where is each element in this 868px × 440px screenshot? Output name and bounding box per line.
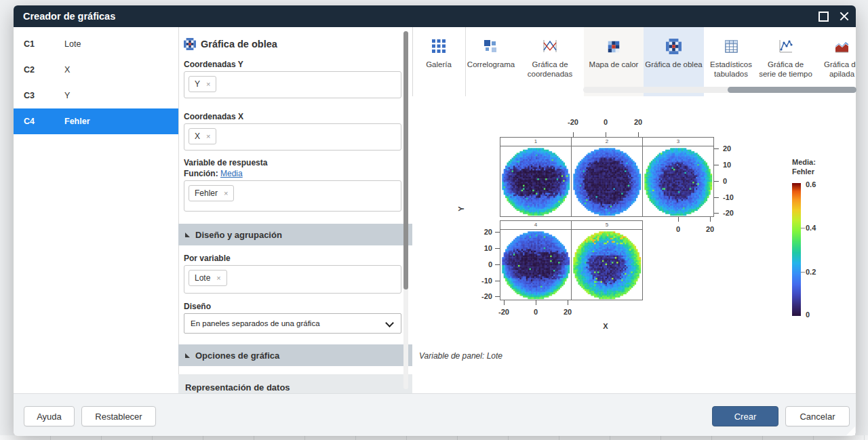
column-name: Y [64, 91, 70, 100]
wafer-canvas-5 [572, 230, 642, 300]
y-tick-label: 20 [723, 144, 731, 153]
gallery-tile-label: Gráfica de serie de tiempo [758, 60, 813, 79]
stacked-area-icon [833, 38, 850, 54]
y-tick-mark [495, 232, 500, 233]
gallery-tile-label: Gráfica de apilada [813, 60, 856, 79]
x-tick-label: 0 [604, 118, 608, 126]
subsection-data-representation[interactable]: Representación de datos [178, 374, 412, 393]
y-tick-mark [495, 296, 500, 297]
y-tick-mark [714, 197, 719, 198]
dialog-title: Creador de gráficas [14, 11, 115, 22]
coord-y-field[interactable]: Y × [184, 71, 401, 98]
wafer-canvas-1 [500, 146, 571, 217]
reset-button[interactable]: Restablecer [81, 406, 156, 426]
panel-number: 1 [500, 138, 571, 146]
wafer-panel-3: 3 [642, 137, 714, 217]
correlogram-icon [483, 38, 499, 54]
y-tick-label: 10 [723, 161, 731, 169]
section-title: Diseño y agrupación [195, 230, 282, 240]
coord-x-field[interactable]: X × [184, 123, 401, 151]
wafer-plot-settings-panel: Gráfica de oblea Coordenadas Y Y × Coord… [178, 27, 413, 393]
design-dropdown[interactable]: En paneles separados de una gráfica [184, 313, 401, 334]
collapse-triangle-icon [185, 233, 190, 237]
resize-grip[interactable] [846, 426, 855, 435]
y-tick-label: -20 [723, 209, 734, 217]
x-tick-mark [536, 300, 536, 305]
cancel-button[interactable]: Cancelar [785, 406, 850, 426]
y-tick-label: 0 [723, 177, 727, 185]
legend-colorbar [792, 183, 801, 316]
help-button[interactable]: Ayuda [24, 406, 75, 426]
column-row-c1[interactable]: C1 Lote [14, 31, 178, 57]
response-variable-field[interactable]: Fehler × [184, 180, 401, 212]
wafer-icon [184, 38, 196, 50]
column-id: C2 [14, 65, 64, 75]
legend-tick-label: 0.2 [806, 268, 816, 276]
close-icon[interactable] [840, 12, 849, 21]
legend-tick-label: 0.6 [806, 180, 816, 188]
gallery-tile-correlograma[interactable]: Correlograma [466, 27, 516, 97]
column-row-c3[interactable]: C3 Y [14, 83, 178, 108]
gallery-grid-icon [431, 38, 447, 54]
panel-number: 2 [572, 138, 642, 146]
y-tick-label: -10 [469, 277, 492, 285]
x-axis-title: X [603, 322, 608, 330]
create-button[interactable]: Crear [712, 406, 778, 426]
x-tick-label: -20 [498, 308, 509, 316]
y-tick-mark [714, 213, 719, 214]
y-axis-title: Y [457, 206, 465, 211]
column-name: Lote [64, 39, 81, 49]
design-dropdown-value: En paneles separados de una gráfica [191, 319, 320, 327]
chip-remove-icon[interactable]: × [206, 132, 210, 140]
y-tick-mark [495, 281, 500, 281]
right-pane: Galería Correlograma Gráfica de coordena… [412, 27, 856, 393]
column-row-c2[interactable]: C2 X [14, 57, 178, 83]
gallery-tile-label: Galería [412, 60, 465, 69]
title-bar: Creador de gráficas [14, 5, 856, 27]
function-media-link[interactable]: Media [220, 169, 243, 178]
chip-y[interactable]: Y × [189, 76, 216, 92]
wafer-panel-5: 5 [571, 220, 643, 300]
settings-panel-title: Gráfica de oblea [201, 39, 277, 49]
gallery-scrollbar-thumb[interactable] [728, 87, 856, 93]
section-title: Opciones de gráfica [195, 351, 279, 361]
x-tick-label: 0 [676, 225, 680, 233]
column-id: C1 [14, 39, 64, 49]
y-tick-label: 0 [469, 260, 492, 268]
chip-remove-icon[interactable]: × [206, 80, 210, 88]
maximize-icon[interactable] [818, 12, 829, 22]
column-row-c4-selected[interactable]: C4 Fehler [14, 108, 178, 134]
legend-title: Media: [787, 157, 854, 167]
section-design-grouping[interactable]: Diseño y agrupación [178, 224, 412, 245]
x-tick-mark [568, 300, 568, 305]
chip-label: Lote [195, 273, 210, 283]
panel-number: 5 [572, 221, 642, 230]
wafer-canvas-4 [500, 230, 571, 300]
chip-label: Fehler [195, 188, 218, 198]
x-tick-label: 20 [564, 308, 572, 316]
chip-remove-icon[interactable]: × [224, 189, 228, 197]
dialog-body: C1 Lote C2 X C3 Y C4 Fehler [14, 27, 856, 393]
section-graph-options[interactable]: Opciones de gráfica [178, 344, 412, 366]
wafer-plot-preview: -20 0 20 1 2 3 [412, 96, 856, 393]
gallery-tile-label: Correlograma [466, 60, 516, 69]
chip-lote[interactable]: Lote × [189, 270, 227, 286]
subsection-title: Representación de datos [185, 382, 290, 393]
settings-scrollbar-thumb[interactable] [403, 31, 408, 289]
gallery-tile-coordenadas[interactable]: Gráfica de coordenadas [516, 27, 584, 97]
heatmap-icon [606, 39, 621, 54]
gallery-tile-galeria[interactable]: Galería [412, 27, 466, 97]
y-tick-label: -10 [723, 193, 734, 201]
gallery-tile-label: Estadísticos tabulados [704, 60, 758, 79]
chip-remove-icon[interactable]: × [216, 274, 220, 282]
legend-tick-mark [801, 228, 805, 228]
worksheet-column-list: C1 Lote C2 X C3 Y C4 Fehler [14, 27, 179, 393]
column-name: X [64, 65, 70, 75]
chip-fehler[interactable]: Fehler × [189, 185, 234, 201]
wafer-panel-1: 1 [500, 137, 572, 217]
x-tick-mark [606, 132, 606, 137]
x-tick-label: -20 [568, 118, 578, 126]
column-id: C4 [14, 117, 64, 126]
by-variable-field[interactable]: Lote × [184, 265, 401, 294]
chip-x[interactable]: X × [189, 128, 216, 144]
